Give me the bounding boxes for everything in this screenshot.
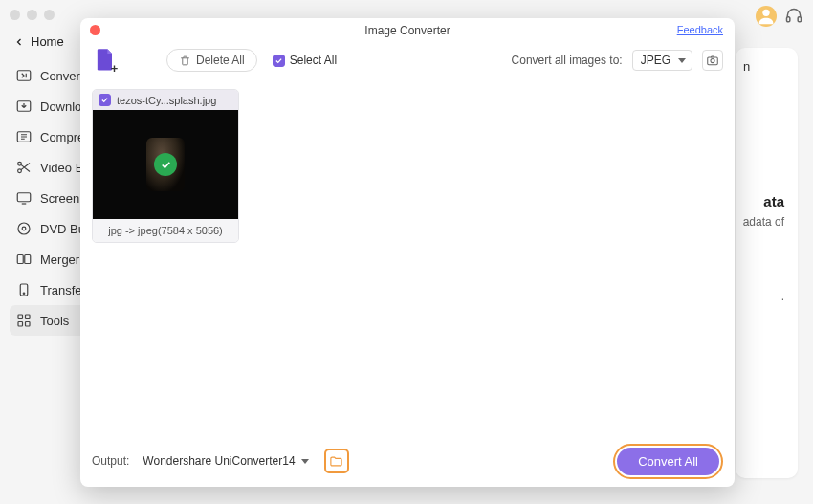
check-icon [160,159,172,171]
svg-point-21 [711,59,714,63]
convert-all-button[interactable]: Convert All [617,448,719,475]
chevron-left-icon [13,36,25,48]
sidebar-item-label: Transfe [40,283,82,297]
item-checkbox[interactable] [99,94,111,106]
disc-icon [15,220,33,237]
support-icon[interactable] [784,7,803,26]
sidebar-item-label: Tools [40,314,69,328]
delete-all-button[interactable]: Delete All [166,49,257,72]
delete-all-label: Delete All [196,54,245,67]
svg-point-10 [22,227,26,230]
grid-icon [15,312,33,329]
svg-rect-15 [18,315,23,319]
trash-icon [179,55,191,67]
svg-rect-11 [17,255,23,264]
checkbox-checked-icon [273,55,285,67]
bg-heading-fragment: ata [763,193,784,209]
user-icon [756,6,777,27]
traffic-close-icon[interactable] [10,10,20,20]
merge-icon [15,251,33,268]
open-folder-button[interactable] [324,449,349,473]
sidebar-item-label: Compre [40,130,84,144]
svg-rect-18 [26,322,31,327]
camera-icon [706,54,719,67]
format-selected-value: JPEG [641,54,670,67]
sidebar-item-label: Downlo [40,99,81,114]
settings-camera-button[interactable] [702,50,723,71]
home-label: Home [31,34,64,49]
download-icon [15,98,33,115]
output-path-select[interactable]: Wondershare UniConverter14 [137,450,312,471]
svg-rect-1 [787,17,790,22]
converter-icon [15,67,33,84]
select-all-checkbox[interactable]: Select All [273,54,337,67]
svg-rect-12 [25,255,31,264]
modal-title: Image Converter [364,24,450,37]
folder-icon [329,454,343,469]
scissors-icon [15,159,33,176]
sidebar-item-label: Screen [40,191,79,206]
compress-icon [15,128,33,145]
svg-point-9 [18,223,30,234]
svg-point-7 [18,169,22,173]
sidebar-item-label: Conver [40,69,80,83]
modal-bottombar: Output: Wondershare UniConverter14 Conve… [80,441,735,487]
image-item[interactable]: tezos-tCy...splash.jpg jpg -> jpeg(7584 … [92,89,239,243]
traffic-max-icon[interactable] [44,10,55,20]
thumbnail-header: tezos-tCy...splash.jpg [93,90,238,110]
sidebar-item-label: DVD Bu [40,222,85,236]
screen-icon [15,189,33,207]
image-converter-modal: Image Converter Feedback + Delete All Se… [80,18,735,487]
svg-rect-16 [26,315,31,319]
thumbnail-grid: tezos-tCy...splash.jpg jpg -> jpeg(7584 … [80,83,735,441]
sidebar-item-label: Video E [40,161,83,175]
item-filename: tezos-tCy...splash.jpg [117,95,216,106]
transfer-icon [15,281,33,298]
avatar[interactable] [756,6,777,27]
svg-text:+: + [111,61,119,74]
svg-point-14 [23,293,25,295]
sidebar-item-label: Merger [40,252,79,267]
output-format-select[interactable]: JPEG [632,50,692,71]
close-icon[interactable] [90,25,100,35]
svg-rect-17 [18,322,23,327]
convert-to-label: Convert all images to: [512,54,623,67]
item-conversion-info: jpg -> jpeg(7584 x 5056) [93,219,238,242]
add-file-button[interactable]: + [92,47,119,74]
svg-point-6 [18,162,22,165]
traffic-min-icon[interactable] [27,10,37,20]
convert-all-highlight: Convert All [613,444,723,479]
background-panel: n [736,48,798,478]
svg-point-0 [762,10,769,16]
status-success-badge [154,153,177,176]
bg-desc-fragment: adata of [743,215,784,229]
feedback-link[interactable]: Feedback [677,24,723,35]
modal-toolbar: + Delete All Select All Convert all imag… [80,43,735,83]
output-label: Output: [92,454,129,468]
modal-titlebar: Image Converter Feedback [80,18,735,43]
bg-desc-fragment-2: . [781,290,784,303]
output-path-value: Wondershare UniConverter14 [143,454,295,468]
thumbnail-preview [93,110,238,219]
select-all-label: Select All [290,54,337,67]
window-traffic-lights[interactable] [10,10,55,20]
file-plus-icon: + [92,47,119,74]
svg-rect-2 [798,17,801,22]
bg-text: n [736,48,798,85]
svg-rect-8 [17,193,31,202]
